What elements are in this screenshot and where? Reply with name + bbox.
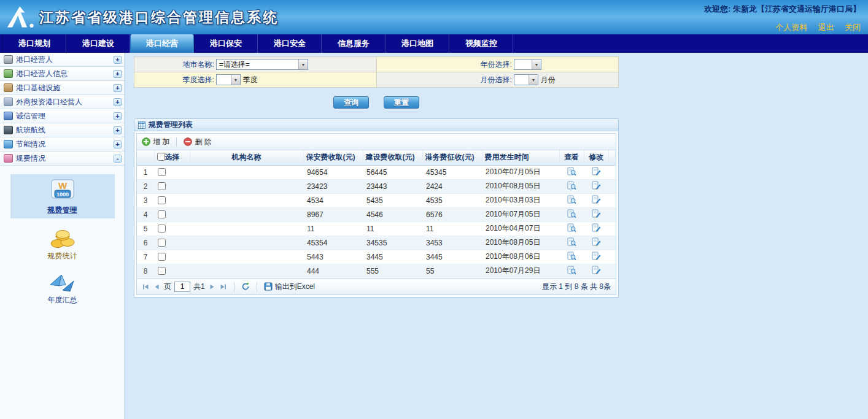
expand-plus-icon[interactable]: + (114, 126, 122, 134)
edit-icon[interactable] (592, 266, 601, 275)
edit-icon[interactable] (592, 223, 601, 233)
chevron-down-icon: ▼ (231, 75, 240, 85)
row-checkbox[interactable] (158, 225, 166, 233)
next-page-icon[interactable] (208, 283, 216, 291)
expand-plus-icon[interactable]: + (114, 56, 122, 64)
view-icon[interactable] (567, 237, 576, 247)
sidebar-item-port-operators[interactable]: 港口经营人 + (0, 53, 125, 67)
table-toolbar: 增 加 删 除 (137, 134, 616, 150)
link-logout[interactable]: 退出 (818, 23, 834, 32)
city-select-value: =请选择= (217, 60, 298, 70)
grid-table-icon (138, 121, 145, 129)
expand-plus-icon[interactable]: + (114, 70, 122, 78)
welcome-text: 欢迎您: 朱新龙【江苏省交通运输厅港口局】 (704, 4, 861, 15)
link-profile[interactable]: 个人资料 (775, 23, 807, 32)
sidebar-item-fee-status[interactable]: 规费情况 - (0, 152, 125, 166)
expand-plus-icon[interactable]: + (114, 84, 122, 92)
sidebar-item-routes[interactable]: 航班航线 + (0, 123, 125, 137)
header-links: 个人资料 退出 关闭 (704, 22, 861, 33)
row-checkbox[interactable] (158, 267, 166, 275)
expand-plus-icon[interactable]: + (114, 112, 122, 120)
view-icon[interactable] (567, 209, 576, 218)
row-select-cell (154, 165, 190, 179)
city-select[interactable]: =请选择= ▼ (216, 59, 308, 70)
view-icon[interactable] (567, 252, 576, 261)
search-form: 地市名称: =请选择= ▼ 年份选择: ▼ 季度选择: ▼ 季度 (134, 56, 619, 88)
month-select[interactable]: ▼ (514, 74, 538, 85)
edit-icon[interactable] (592, 167, 601, 176)
year-select[interactable]: ▼ (514, 59, 541, 70)
row-checkbox[interactable] (158, 210, 166, 218)
main-panel: 地市名称: =请选择= ▼ 年份选择: ▼ 季度选择: ▼ 季度 (125, 53, 868, 419)
submenu-item-fee-statistics[interactable]: 规费统计 (48, 227, 77, 261)
row-checkbox[interactable] (158, 239, 166, 247)
edit-icon[interactable] (592, 209, 601, 218)
fee-management-icon: W 1000 (50, 179, 76, 203)
tab-port-safety[interactable]: 港口安全 (258, 34, 322, 53)
chevron-down-icon: ▼ (529, 75, 538, 85)
pager-divider (257, 282, 257, 291)
add-circle-icon (142, 137, 150, 146)
edit-icon[interactable] (592, 252, 601, 261)
refresh-icon[interactable] (241, 282, 250, 291)
main-nav: 港口规划 港口建设 港口经营 港口保安 港口安全 信息服务 港口地图 视频监控 (0, 34, 868, 53)
page-number-input[interactable] (174, 282, 190, 292)
reset-button[interactable]: 重置 (384, 96, 419, 109)
submenu-item-annual-summary[interactable]: 年度汇总 (48, 272, 77, 306)
expand-plus-icon[interactable]: + (114, 140, 122, 148)
column-header-port-fee: 港务费征收(元) (422, 150, 482, 165)
row-checkbox[interactable] (158, 253, 166, 261)
sidebar-item-label: 诚信管理 (16, 111, 110, 121)
tab-video-monitor[interactable]: 视频监控 (449, 34, 513, 53)
table-row: 4 8967 4546 6576 2010年07月05日 (137, 207, 616, 221)
query-button[interactable]: 查询 (333, 96, 369, 109)
tab-port-map[interactable]: 港口地图 (386, 34, 449, 53)
collapse-minus-icon[interactable]: - (114, 155, 122, 163)
table-row: 3 4534 5435 4535 2010年03月03日 (137, 193, 616, 207)
column-header-edit: 修改 (584, 150, 608, 165)
sidebar-item-operator-info[interactable]: 港口经营人信息 + (0, 67, 125, 81)
sidebar-item-label: 规费情况 (16, 153, 110, 164)
row-checkbox[interactable] (158, 168, 166, 176)
delete-button[interactable]: 删 除 (184, 137, 211, 147)
add-button[interactable]: 增 加 (142, 137, 169, 147)
tab-port-planning[interactable]: 港口规划 (2, 34, 66, 53)
expand-plus-icon[interactable]: + (114, 98, 122, 106)
last-page-icon[interactable] (219, 283, 227, 291)
table-row: 8 444 555 55 2010年07月29日 (137, 264, 616, 278)
chevron-down-icon: ▼ (532, 60, 541, 69)
select-all-checkbox[interactable] (157, 153, 165, 161)
view-icon[interactable] (567, 167, 576, 176)
sidebar-item-port-infrastructure[interactable]: 港口基础设施 + (0, 81, 125, 95)
sidebar-item-integrity-management[interactable]: 诚信管理 + (0, 109, 125, 123)
edit-icon[interactable] (592, 237, 601, 247)
route-icon (4, 126, 13, 134)
row-checkbox[interactable] (158, 182, 166, 190)
investor-icon (4, 98, 13, 106)
save-disk-icon (264, 282, 273, 291)
view-icon[interactable] (567, 181, 576, 190)
column-header-security-fee: 保安费收取(元) (303, 150, 363, 165)
tab-port-operation[interactable]: 港口经营 (130, 34, 194, 53)
tab-port-construction[interactable]: 港口建设 (66, 34, 130, 53)
edit-icon[interactable] (592, 195, 601, 204)
prev-page-icon[interactable] (153, 283, 161, 291)
quarter-field-cell: 季度选择: ▼ 季度 (134, 72, 376, 87)
sidebar-item-label: 节能情况 (16, 139, 110, 150)
view-icon[interactable] (567, 223, 576, 233)
view-icon[interactable] (567, 195, 576, 204)
tab-info-service[interactable]: 信息服务 (322, 34, 386, 53)
export-excel-button[interactable]: 输出到Excel (264, 282, 315, 292)
tab-port-security[interactable]: 港口保安 (194, 34, 258, 53)
view-icon[interactable] (567, 266, 576, 275)
fee-submenu: W 1000 规费管理 规费统计 (0, 166, 125, 317)
first-page-icon[interactable] (142, 283, 150, 291)
row-checkbox[interactable] (158, 196, 166, 204)
sidebar-item-energy-saving[interactable]: 节能情况 + (0, 137, 125, 152)
quarter-select[interactable]: ▼ (216, 74, 241, 85)
link-close[interactable]: 关闭 (845, 23, 861, 32)
edit-icon[interactable] (592, 181, 601, 190)
submenu-item-fee-management[interactable]: W 1000 规费管理 (10, 174, 115, 218)
table-row: 6 45354 34535 3453 2010年08月05日 (137, 236, 616, 250)
sidebar-item-foreign-investors[interactable]: 外商投资港口经营人 + (0, 95, 125, 109)
